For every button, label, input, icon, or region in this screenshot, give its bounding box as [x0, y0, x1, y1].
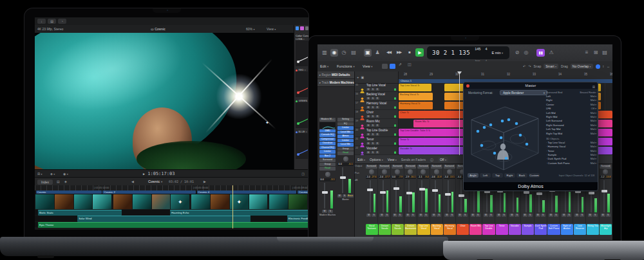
plugin-slot[interactable]: Compressor	[319, 138, 336, 142]
view-button-back[interactable]: Back	[516, 173, 527, 178]
mute-button[interactable]: M	[536, 214, 540, 217]
m-button[interactable]: M	[366, 124, 370, 127]
output-chip[interactable]: Surround	[379, 165, 390, 169]
tools-icon[interactable]: ◈	[64, 180, 67, 183]
solo-button[interactable]: S	[450, 214, 454, 217]
speaker-dot[interactable]	[519, 134, 522, 137]
browsers-icon[interactable]: ▤	[601, 49, 609, 57]
track-header-18[interactable]: 18ChoirMSR	[355, 110, 398, 119]
speaker-dot[interactable]	[507, 118, 511, 122]
view-button-top[interactable]: Top	[492, 173, 503, 178]
clip-thumbnail[interactable]	[93, 194, 111, 209]
audio-clip[interactable]: Haunting Echo	[170, 210, 308, 216]
plugin-slot[interactable]: Level Mtr	[337, 143, 354, 147]
channel-name-chip[interactable]: Top Line Vocal	[417, 224, 430, 235]
mute-button[interactable]: M	[419, 214, 423, 217]
clip-thumbnail[interactable]	[113, 194, 132, 209]
group-slot[interactable]: Group	[319, 163, 336, 167]
output-chip[interactable]: Surround	[404, 165, 416, 169]
mute-button[interactable]: M	[601, 214, 605, 217]
pan-knob[interactable]	[408, 169, 413, 174]
mute-button[interactable]: M	[484, 214, 488, 217]
lcd-display[interactable]: 30 2 1 135 145 bpm 4 4 E min ▾	[427, 46, 509, 59]
curve-graph[interactable]	[296, 71, 308, 97]
mute-button[interactable]: M	[406, 214, 410, 217]
mixer-menu-options[interactable]: Options ▾	[370, 158, 383, 162]
mute-button[interactable]: M	[562, 214, 566, 217]
input-monitor-dot[interactable]	[394, 97, 397, 100]
clip-marker[interactable]: Cosmic 4	[197, 190, 297, 194]
toolbar-clock-icon[interactable]: ◷	[340, 49, 348, 57]
play-button[interactable]: ▶	[415, 48, 424, 57]
background-tasks-button[interactable]: ◔	[58, 19, 66, 24]
color-curve-red[interactable]: RED▾	[294, 69, 308, 100]
volume-fader[interactable]	[444, 180, 455, 213]
s-button[interactable]: S	[371, 115, 375, 118]
mute-button[interactable]: M	[431, 214, 436, 217]
volume-fader[interactable]	[379, 180, 390, 213]
solo-button[interactable]: S	[502, 214, 506, 217]
mute-button[interactable]: M	[322, 210, 327, 213]
color-inspector-icon[interactable]	[300, 26, 303, 30]
mute-button[interactable]: M	[574, 214, 579, 217]
editors-toggle-icon[interactable]: ▣	[364, 49, 372, 57]
mute-button[interactable]: M	[588, 214, 592, 217]
clip-marker[interactable]: Cosmic 6	[298, 190, 308, 194]
track-header-17[interactable]: 17Harmony VocalMSR	[355, 101, 398, 110]
track-header-19[interactable]: 19Room MicMSR	[355, 119, 398, 128]
solo-button[interactable]: S	[398, 214, 402, 217]
track-header-15[interactable]: 15Top Line VocalMSR	[355, 83, 398, 92]
s-button[interactable]: S	[371, 106, 375, 109]
r-button[interactable]: R	[375, 124, 379, 127]
output-chip[interactable]: Surround	[366, 165, 377, 169]
view-button-right[interactable]: Right	[504, 173, 515, 178]
mute-button[interactable]: M	[366, 214, 371, 217]
track-header-21[interactable]: 21TenorMSR	[355, 137, 398, 146]
volume-fader[interactable]	[392, 180, 403, 213]
warning-icon[interactable]: ⚠	[547, 49, 555, 57]
menu-view[interactable]: View ▾	[363, 61, 373, 72]
m-button[interactable]: M	[366, 142, 370, 145]
plugin-slot[interactable]: DMD	[319, 129, 336, 133]
clip-thumbnail[interactable]	[191, 194, 210, 209]
audio-clip[interactable]: Biotic Static	[38, 210, 122, 216]
channel-name-chip[interactable]: Near Vocals	[392, 224, 404, 235]
clip-thumbnail[interactable]	[249, 194, 268, 209]
solo-button[interactable]: S	[343, 194, 347, 198]
s-button[interactable]: S	[371, 142, 375, 145]
media-browser-icon[interactable]: ▤	[350, 49, 357, 57]
mute-button[interactable]: M	[393, 214, 397, 217]
channel-name-chip[interactable]: Distant Harmonies	[404, 224, 417, 235]
solo-button[interactable]: S	[515, 214, 519, 217]
color-curve-green[interactable]: GREEN▾	[294, 100, 308, 131]
m-button[interactable]: M	[366, 151, 370, 154]
menu-functions[interactable]: Functions ▾	[337, 61, 355, 72]
solo-button[interactable]: S	[593, 214, 598, 217]
timeline-project-menu[interactable]: Cosmic ▾	[148, 180, 162, 183]
apple-loops-icon[interactable]: ⊞	[592, 49, 600, 57]
speaker-dot[interactable]	[515, 122, 518, 125]
r-button[interactable]: R	[375, 97, 379, 100]
input-monitor-dot[interactable]	[394, 106, 397, 109]
close-icon[interactable]	[466, 84, 469, 88]
clip-thumbnail[interactable]	[55, 194, 73, 209]
next-project-icon[interactable]: ▶	[204, 180, 206, 183]
list-editors-icon[interactable]: ≡	[583, 49, 591, 57]
clip-thumbnail[interactable]: ✦	[171, 194, 189, 209]
curve-graph[interactable]	[296, 133, 308, 159]
clip-thumbnail[interactable]	[211, 194, 229, 209]
input-monitor-dot[interactable]	[394, 124, 397, 127]
r-button[interactable]: R	[375, 133, 379, 136]
solo-button[interactable]: S	[328, 210, 333, 213]
audio-clip[interactable]: Solar Wind	[77, 216, 251, 222]
atmos-titlebar[interactable]: Master ⊞	[464, 82, 598, 89]
channel-name-chip[interactable]: Sample	[522, 224, 534, 235]
automation-icon[interactable]: ⇗	[399, 62, 402, 66]
solo-button[interactable]: S	[606, 214, 611, 217]
input-monitor-dot[interactable]	[394, 115, 397, 118]
output-chip[interactable]: Surround	[417, 165, 429, 169]
solo-button[interactable]: S	[528, 214, 533, 217]
eq-slot[interactable]: EQ	[337, 122, 354, 126]
solo-button[interactable]: S	[541, 214, 545, 217]
track-header-16[interactable]: 16Backing VocalMSR	[355, 92, 398, 101]
